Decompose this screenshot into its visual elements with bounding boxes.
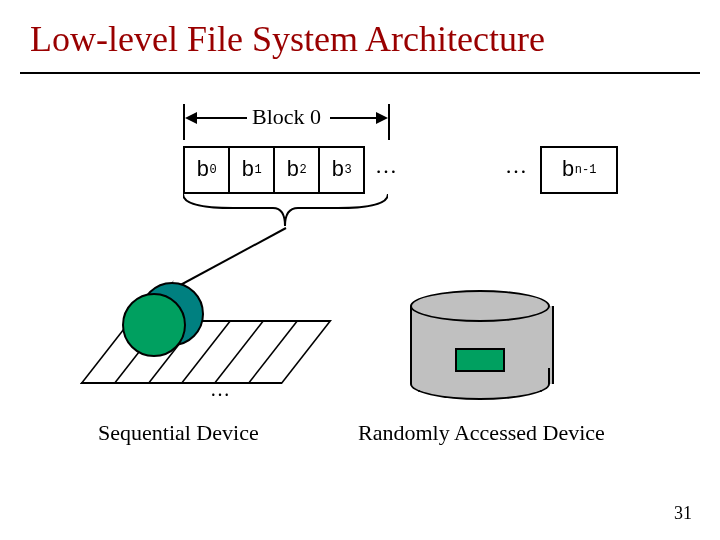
dots-2: … — [505, 153, 527, 179]
disk-icon — [410, 290, 550, 400]
slide: Low-level File System Architecture Block… — [0, 0, 720, 540]
random-label: Randomly Accessed Device — [358, 420, 605, 446]
dots-1: … — [375, 153, 397, 179]
slide-number: 31 — [674, 503, 692, 524]
arrow-right-icon — [376, 112, 388, 124]
cell-bn: bn-1 — [540, 146, 618, 194]
cell-b1: b1 — [230, 148, 275, 192]
block-line-right — [330, 117, 378, 119]
block-label: Block 0 — [252, 104, 321, 130]
cell-b3: b3 — [320, 148, 365, 192]
block-line-left — [195, 117, 247, 119]
tape-dots: … — [210, 378, 230, 401]
cell-b0: b0 — [185, 148, 230, 192]
reel-front-icon — [122, 293, 186, 357]
block-row: b0 b1 b2 b3 — [183, 146, 365, 194]
disk-block-icon — [455, 348, 505, 372]
title-rule — [20, 72, 700, 74]
sequential-label: Sequential Device — [98, 420, 259, 446]
cell-b2: b2 — [275, 148, 320, 192]
block-tick-right — [388, 104, 390, 140]
slide-title: Low-level File System Architecture — [30, 18, 545, 60]
